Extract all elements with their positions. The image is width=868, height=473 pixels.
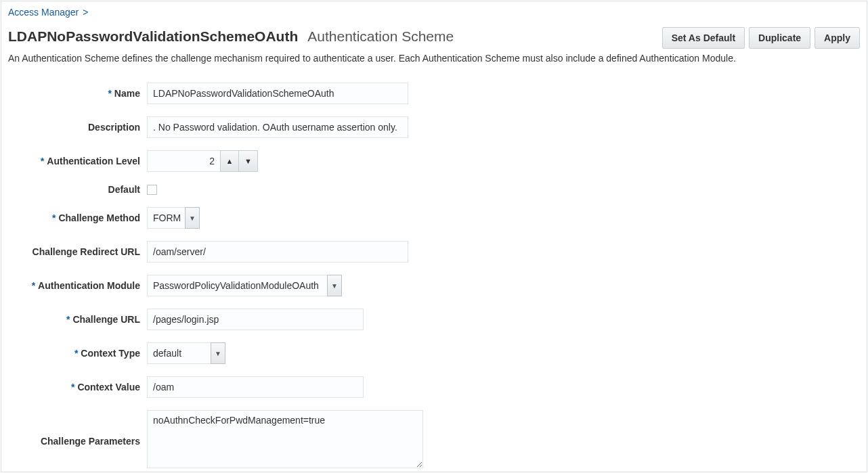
apply-button[interactable]: Apply xyxy=(815,27,860,49)
label-challenge-method: *Challenge Method xyxy=(8,212,140,223)
chevron-down-icon: ▼ xyxy=(244,157,252,165)
context-type-select[interactable]: default ▼ xyxy=(147,342,225,364)
auth-level-up[interactable]: ▲ xyxy=(220,150,239,172)
label-context-type: *Context Type xyxy=(8,348,140,359)
breadcrumb-root[interactable]: Access Manager xyxy=(8,7,79,18)
challenge-method-select[interactable]: FORM ▼ xyxy=(147,207,200,229)
breadcrumb-sep: > xyxy=(83,7,88,18)
label-default: Default xyxy=(8,184,140,195)
chevron-down-icon: ▼ xyxy=(331,282,338,290)
label-name: *Name xyxy=(8,88,140,99)
default-checkbox[interactable] xyxy=(147,185,157,195)
page-title: LDAPNoPasswordValidationSchemeOAuth xyxy=(8,28,298,45)
context-value-input[interactable] xyxy=(147,376,364,398)
duplicate-button[interactable]: Duplicate xyxy=(749,27,810,49)
challenge-method-value: FORM xyxy=(147,207,185,229)
challenge-redirect-url-input[interactable] xyxy=(147,241,408,263)
action-buttons: Set As Default Duplicate Apply xyxy=(662,27,860,49)
label-auth-level: *Authentication Level xyxy=(8,156,140,166)
name-input[interactable] xyxy=(147,83,408,104)
context-type-value: default xyxy=(147,342,211,364)
label-challenge-params: Challenge Parameters xyxy=(8,432,140,447)
chevron-up-icon: ▲ xyxy=(226,157,234,165)
challenge-method-dropdown[interactable]: ▼ xyxy=(185,207,200,229)
label-challenge-redirect-url: Challenge Redirect URL xyxy=(8,246,140,257)
auth-level-down[interactable]: ▼ xyxy=(239,150,258,172)
breadcrumb: Access Manager > xyxy=(8,7,860,18)
challenge-url-input[interactable] xyxy=(147,309,364,330)
challenge-params-textarea[interactable] xyxy=(147,410,423,468)
chevron-down-icon: ▼ xyxy=(189,215,196,222)
auth-module-select[interactable]: PasswordPolicyValidationModuleOAuth ▼ xyxy=(147,275,342,296)
auth-level-input[interactable] xyxy=(147,150,220,172)
label-context-value: *Context Value xyxy=(8,382,140,392)
description-input[interactable] xyxy=(147,116,408,138)
context-type-dropdown[interactable]: ▼ xyxy=(211,342,225,364)
auth-module-dropdown[interactable]: ▼ xyxy=(327,275,342,296)
label-auth-module: *Authentication Module xyxy=(8,280,140,291)
auth-level-spinner: ▲ ▼ xyxy=(147,150,258,172)
auth-module-value: PasswordPolicyValidationModuleOAuth xyxy=(147,275,327,296)
set-as-default-button[interactable]: Set As Default xyxy=(662,27,745,49)
page-description: An Authentication Scheme defines the cha… xyxy=(8,53,860,64)
chevron-down-icon: ▼ xyxy=(215,350,221,357)
label-description: Description xyxy=(8,122,140,133)
page-subtitle: Authentication Scheme xyxy=(307,28,454,45)
label-challenge-url: *Challenge URL xyxy=(8,314,140,325)
